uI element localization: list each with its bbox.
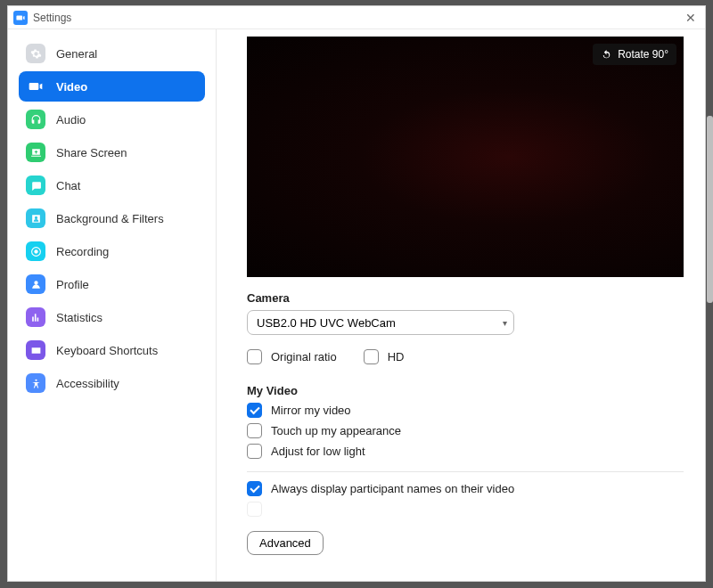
hd-checkbox[interactable] [364,349,379,364]
sidebar-item-label: General [56,47,97,61]
window-body: General Video Audio Share Screen [8,29,705,581]
accessibility-icon [26,373,45,393]
profile-icon [26,274,45,294]
recording-icon [26,241,45,261]
close-button[interactable]: ✕ [682,9,700,27]
sidebar-item-label: Share Screen [56,146,127,159]
camera-select[interactable]: USB2.0 HD UVC WebCam [247,310,514,335]
hidden-checkbox[interactable] [247,502,262,517]
sidebar-item-statistics[interactable]: Statistics [19,302,205,332]
content-pane: Rotate 90° Camera USB2.0 HD UVC WebCam ▾… [217,29,705,581]
sidebar-item-label: Video [56,80,87,94]
video-preview: Rotate 90° [247,37,684,277]
touchup-checkbox[interactable] [247,423,262,438]
original-ratio-label[interactable]: Original ratio [271,350,337,363]
window-title: Settings [33,12,682,24]
sidebar-item-label: Profile [56,278,89,291]
statistics-icon [26,307,45,327]
participant-names-checkbox[interactable] [247,481,262,496]
original-ratio-checkbox[interactable] [247,349,262,364]
video-icon [26,77,45,96]
sidebar: General Video Audio Share Screen [8,29,217,581]
background-icon [26,208,45,228]
lowlight-checkbox[interactable] [247,444,262,459]
titlebar: Settings ✕ [8,6,705,29]
sidebar-item-profile[interactable]: Profile [19,269,205,299]
rotate-label: Rotate 90° [618,48,668,61]
sidebar-item-video[interactable]: Video [19,71,205,102]
sidebar-item-keyboard-shortcuts[interactable]: Keyboard Shortcuts [19,335,205,365]
my-video-section-label: My Video [247,384,684,397]
sidebar-item-label: Background & Filters [56,212,164,225]
advanced-button[interactable]: Advanced [247,531,324,555]
sidebar-item-share-screen[interactable]: Share Screen [19,137,205,167]
sidebar-item-general[interactable]: General [19,38,205,69]
camera-select-wrap: USB2.0 HD UVC WebCam ▾ [247,310,514,335]
app-icon [13,11,28,25]
rotate-button[interactable]: Rotate 90° [593,44,676,65]
sidebar-item-label: Audio [56,113,86,127]
svg-point-2 [35,379,37,380]
keyboard-icon [26,340,45,360]
sidebar-item-background-filters[interactable]: Background & Filters [19,203,205,233]
settings-window: Settings ✕ General Video Audio [7,5,706,582]
mirror-checkbox[interactable] [247,403,262,418]
headphones-icon [26,110,45,129]
sidebar-item-label: Accessibility [56,377,119,390]
separator [247,471,684,472]
sidebar-item-label: Recording [56,245,109,258]
lowlight-label[interactable]: Adjust for low light [271,445,365,458]
gear-icon [26,44,45,63]
sidebar-item-label: Statistics [56,311,102,324]
sidebar-item-label: Chat [56,179,80,192]
hd-label[interactable]: HD [388,350,405,363]
touchup-label[interactable]: Touch up my appearance [271,424,401,437]
scrollbar[interactable] [707,116,713,303]
sidebar-item-label: Keyboard Shortcuts [56,344,158,357]
svg-point-1 [34,249,37,253]
sidebar-item-audio[interactable]: Audio [19,104,205,135]
mirror-label[interactable]: Mirror my video [271,404,351,417]
rotate-icon [601,49,612,61]
sidebar-item-chat[interactable]: Chat [19,170,205,200]
sidebar-item-accessibility[interactable]: Accessibility [19,368,205,398]
camera-section-label: Camera [247,291,684,305]
chat-icon [26,176,45,195]
sidebar-item-recording[interactable]: Recording [19,236,205,266]
participant-names-label[interactable]: Always display participant names on thei… [271,482,514,495]
share-screen-icon [26,143,45,162]
